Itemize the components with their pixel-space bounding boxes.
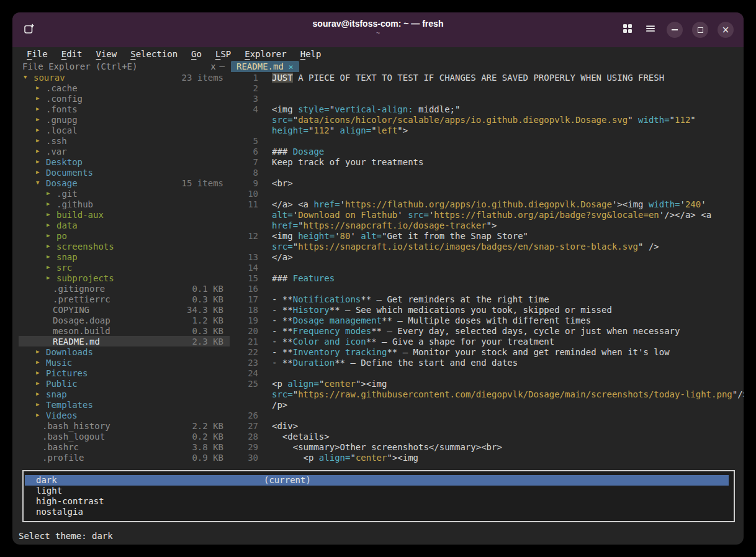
editor-line[interactable]: 22- **Inventory tracking** — Monitor you… bbox=[230, 346, 744, 357]
menu-file[interactable]: File bbox=[20, 49, 55, 59]
tab-overview-button[interactable] bbox=[621, 23, 634, 37]
editor-line[interactable]: /p> bbox=[230, 399, 744, 410]
editor-line[interactable]: 27<div> bbox=[230, 420, 744, 431]
editor-line[interactable]: 25<p align="center"><img bbox=[230, 378, 744, 389]
editor-line[interactable]: 6### Dosage bbox=[230, 146, 744, 156]
code-text: ### Features bbox=[272, 273, 744, 283]
editor-line[interactable]: 28 <details> bbox=[230, 431, 744, 442]
explorer-item-Dosage[interactable]: ▼Dosage15 items bbox=[19, 178, 230, 188]
editor-line[interactable]: 11</a> <a href='https://flathub.org/apps… bbox=[230, 199, 744, 209]
editor-line[interactable]: 1JUST A PIECE OF TEXT TO TEST IF CHANGES… bbox=[230, 72, 744, 83]
explorer-item-README.md[interactable]: README.md2.3 KB bbox=[19, 336, 230, 346]
editor-line[interactable]: 30 <p align="center"><img bbox=[230, 452, 744, 463]
explorer-item-data[interactable]: ▶data bbox=[19, 220, 230, 230]
editor-line[interactable]: 3 bbox=[230, 93, 744, 104]
explorer-item-snap[interactable]: ▶snap bbox=[19, 251, 230, 262]
explorer-item-.gnupg[interactable]: ▶.gnupg bbox=[19, 114, 230, 125]
item-name: COPYING bbox=[53, 305, 89, 315]
editor-line[interactable]: height="112" align="left"> bbox=[230, 125, 744, 135]
editor-line[interactable]: 13</a> bbox=[230, 251, 744, 262]
editor-line[interactable]: 2 bbox=[230, 83, 744, 93]
explorer-item-Videos[interactable]: ▶Videos bbox=[19, 410, 230, 420]
explorer-item-.gitignore[interactable]: .gitignore0.1 KB bbox=[19, 283, 230, 294]
maximize-button[interactable] bbox=[692, 22, 708, 38]
explorer-item-.bash_logout[interactable]: .bash_logout0.2 KB bbox=[19, 431, 230, 442]
editor-line[interactable]: 7Keep track of your treatments bbox=[230, 156, 744, 167]
editor-line[interactable]: 29 <summary>Other screenshots</summary><… bbox=[230, 442, 744, 452]
editor-line[interactable]: 26 bbox=[230, 410, 744, 420]
editor-line[interactable]: 5 bbox=[230, 135, 744, 146]
editor-line[interactable]: 20- **Frequency modes** — Every day, sel… bbox=[230, 325, 744, 336]
theme-option-high-contrast[interactable]: high-contrast bbox=[25, 496, 729, 507]
editor-line[interactable]: 21- **Color and icon** — Give a shape fo… bbox=[230, 336, 744, 346]
explorer-item-.fonts[interactable]: ▶.fonts bbox=[19, 104, 230, 114]
editor-line[interactable]: alt='Download on Flathub' src='https://f… bbox=[230, 209, 744, 220]
explorer-item-Downloads[interactable]: ▶Downloads bbox=[19, 346, 230, 357]
explorer-item-COPYING[interactable]: COPYING34.3 KB bbox=[19, 304, 230, 315]
menu-go[interactable]: Go bbox=[184, 49, 209, 59]
explorer-close-button[interactable]: x bbox=[210, 61, 215, 71]
editor-line[interactable]: 19- **Dosage management** — Multiple dos… bbox=[230, 315, 744, 325]
editor-line[interactable]: src="https://raw.githubusercontent.com/d… bbox=[230, 389, 744, 399]
explorer-item-.ssh[interactable]: ▶.ssh bbox=[19, 135, 230, 146]
menu-help[interactable]: Help bbox=[294, 49, 328, 59]
minimize-button[interactable] bbox=[667, 22, 683, 38]
editor-line[interactable]: 24 bbox=[230, 368, 744, 378]
item-name: sourav bbox=[34, 73, 65, 83]
editor-line[interactable]: 16 bbox=[230, 283, 744, 294]
explorer-item-.bash_history[interactable]: .bash_history2.2 KB bbox=[19, 420, 230, 431]
editor-line[interactable]: href="https://snapcraft.io/dosage-tracke… bbox=[230, 220, 744, 230]
menu-explorer[interactable]: Explorer bbox=[238, 49, 293, 59]
explorer-item-Public[interactable]: ▶Public bbox=[19, 378, 230, 389]
explorer-item-.prettierrc[interactable]: .prettierrc0.3 KB bbox=[19, 294, 230, 304]
titlebar[interactable]: sourav@itsfoss-com: ~ — fresh ~ bbox=[12, 12, 744, 47]
editor-line[interactable]: 17- **Notifications** — Get reminders at… bbox=[230, 294, 744, 304]
editor-line[interactable]: 9<br> bbox=[230, 178, 744, 188]
editor-line[interactable]: src="https://snapcraft.io/static/images/… bbox=[230, 241, 744, 251]
explorer-item-.local[interactable]: ▶.local bbox=[19, 125, 230, 135]
explorer-item-.config[interactable]: ▶.config bbox=[19, 93, 230, 104]
editor-line[interactable]: 4<img style="vertical-align: middle;" bbox=[230, 104, 744, 114]
explorer-item-Pictures[interactable]: ▶Pictures bbox=[19, 368, 230, 378]
menu-edit[interactable]: Edit bbox=[55, 49, 89, 59]
explorer-item-Music[interactable]: ▶Music bbox=[19, 357, 230, 368]
explorer-item-subprojects[interactable]: ▶subprojects bbox=[19, 273, 230, 283]
grid-icon bbox=[623, 24, 632, 36]
tab-readme[interactable]: README.md × bbox=[231, 61, 299, 72]
editor-line[interactable]: 18- **History** — See which medications … bbox=[230, 304, 744, 315]
explorer-item-po[interactable]: ▶po bbox=[19, 230, 230, 241]
theme-option-dark[interactable]: dark(current) bbox=[25, 475, 729, 486]
theme-name: light bbox=[36, 486, 62, 496]
explorer-item-.github[interactable]: ▶.github bbox=[19, 199, 230, 209]
explorer-item-Desktop[interactable]: ▶Desktop bbox=[19, 156, 230, 167]
explorer-item-.git[interactable]: ▶.git bbox=[19, 188, 230, 199]
close-button[interactable]: × bbox=[718, 22, 734, 38]
explorer-item-src[interactable]: ▶src bbox=[19, 262, 230, 273]
tab-close-icon[interactable]: × bbox=[289, 62, 294, 71]
editor-line[interactable]: 10 bbox=[230, 188, 744, 199]
explorer-item-snap[interactable]: ▶snap bbox=[19, 389, 230, 399]
explorer-item-.var[interactable]: ▶.var bbox=[19, 146, 230, 156]
editor-line[interactable]: 15### Features bbox=[230, 273, 744, 283]
explorer-item-build-aux[interactable]: ▶build-aux bbox=[19, 209, 230, 220]
explorer-item-.profile[interactable]: .profile0.9 KB bbox=[19, 452, 230, 463]
explorer-item-Documents[interactable]: ▶Documents bbox=[19, 167, 230, 178]
editor-line[interactable]: 14 bbox=[230, 262, 744, 273]
explorer-item-Templates[interactable]: ▶Templates bbox=[19, 399, 230, 410]
menu-selection[interactable]: Selection bbox=[124, 49, 184, 59]
explorer-item-sourav[interactable]: ▼sourav23 items bbox=[19, 72, 230, 83]
app-menu-button[interactable] bbox=[644, 23, 657, 37]
explorer-item-screenshots[interactable]: ▶screenshots bbox=[19, 241, 230, 251]
theme-option-nostalgia[interactable]: nostalgia bbox=[25, 507, 729, 517]
explorer-item-Dosage.doap[interactable]: Dosage.doap1.2 KB bbox=[19, 315, 230, 325]
editor-line[interactable]: 8 bbox=[230, 167, 744, 178]
editor-line[interactable]: 12<img height='80' alt="Get it from the … bbox=[230, 230, 744, 241]
menu-lsp[interactable]: LSP bbox=[209, 49, 238, 59]
menu-view[interactable]: View bbox=[89, 49, 124, 59]
editor-line[interactable]: 23- **Duration** — Define the start and … bbox=[230, 357, 744, 368]
explorer-item-meson.build[interactable]: meson.build0.3 KB bbox=[19, 325, 230, 336]
explorer-item-.cache[interactable]: ▶.cache bbox=[19, 83, 230, 93]
explorer-item-.bashrc[interactable]: .bashrc3.8 KB bbox=[19, 442, 230, 452]
theme-option-light[interactable]: light bbox=[25, 486, 729, 496]
editor-line[interactable]: src="data/icons/hicolor/scalable/apps/io… bbox=[230, 114, 744, 125]
